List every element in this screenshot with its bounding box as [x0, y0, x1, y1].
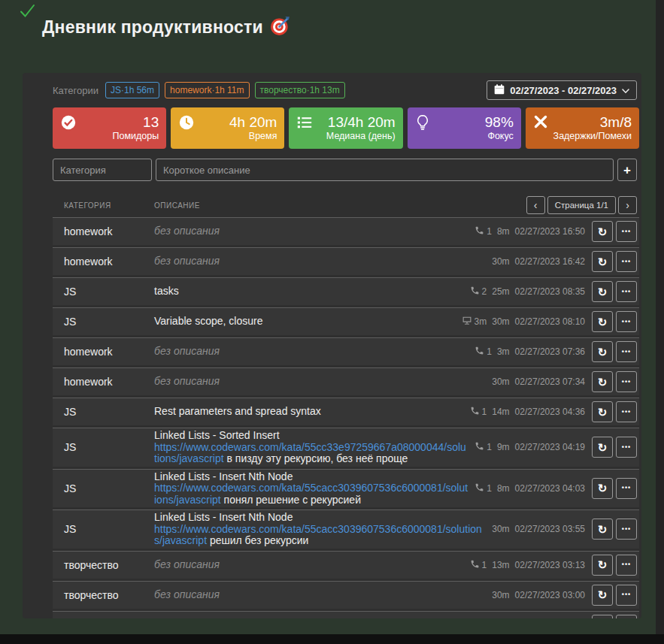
row-datetime: 02/27/2023 07:36: [515, 346, 585, 357]
row-description: без описания: [154, 559, 470, 571]
table-row: homeworkбез описания30m02/27/2023 16:42↻…: [53, 247, 639, 275]
ellipsis-icon: •••: [622, 526, 631, 533]
marker-value: 1: [487, 346, 492, 357]
phone-icon: [475, 346, 484, 358]
stat-label: Фокус: [487, 131, 513, 141]
category-tag-js[interactable]: JS·1h 56m: [105, 82, 159, 98]
target-icon: [270, 16, 290, 39]
repeat-button[interactable]: ↻: [592, 437, 613, 458]
description-input[interactable]: [156, 159, 614, 181]
clock-icon: [178, 113, 198, 144]
ellipsis-icon: •••: [622, 259, 631, 265]
more-actions-button[interactable]: •••: [616, 311, 637, 332]
row-description-title: Linked Lists - Sorted Insert: [154, 430, 468, 442]
category-tag-tvorchestvo[interactable]: творчество·1h 13m: [255, 82, 345, 98]
more-actions-button[interactable]: •••: [616, 478, 637, 499]
lightbulb-icon: [415, 113, 435, 144]
row-duration: 8m: [497, 226, 510, 237]
window-bottom-edge: [0, 634, 664, 644]
row-datetime: 02/27/2023 04:03: [515, 483, 585, 494]
category-tag-homework[interactable]: homework·1h 11m: [165, 82, 249, 98]
repeat-icon: ↻: [598, 226, 608, 237]
category-input[interactable]: [53, 159, 152, 181]
repeat-button[interactable]: ↻: [592, 555, 613, 576]
stat-card-median: 13/4h 20m Медиана (день): [289, 107, 402, 149]
row-description: Linked Lists - Sorted Inserthttps://www.…: [154, 430, 475, 465]
repeat-button[interactable]: ↻: [592, 401, 613, 422]
row-category: творчество: [64, 559, 154, 571]
ellipsis-icon: •••: [622, 379, 631, 385]
date-range-picker[interactable]: 02/27/2023 - 02/27/2023: [487, 80, 637, 100]
more-actions-button[interactable]: •••: [616, 251, 637, 272]
repeat-button[interactable]: ↻: [592, 311, 613, 332]
more-actions-button[interactable]: •••: [616, 615, 637, 619]
row-category: творчество: [64, 589, 154, 601]
repeat-button[interactable]: ↻: [592, 221, 613, 242]
stat-value: 13/4h 20m: [328, 114, 396, 131]
page-title: Дневник продуктивности: [42, 17, 263, 38]
more-actions-button[interactable]: •••: [616, 555, 637, 576]
repeat-icon: ↻: [598, 559, 608, 570]
repeat-button[interactable]: ↻: [592, 478, 613, 499]
row-meta: 3m30m02/27/2023 08:10: [462, 316, 585, 328]
row-description-note: решил без рекурсии: [207, 534, 308, 546]
more-actions-button[interactable]: •••: [616, 585, 637, 606]
more-actions-button[interactable]: •••: [616, 519, 637, 540]
ellipsis-icon: •••: [622, 319, 631, 325]
repeat-button[interactable]: ↻: [592, 519, 613, 540]
more-actions-button[interactable]: •••: [616, 281, 637, 302]
stat-card-focus: 98% Фокус: [408, 107, 521, 149]
more-actions-button[interactable]: •••: [616, 341, 637, 362]
table-header: КАТЕГОРИЯ ОПИСАНИЕ ‹ Страница 1/1 ›: [53, 193, 639, 217]
phone-icon-counter: 1: [475, 346, 492, 358]
success-checkmark-icon: [20, 4, 35, 21]
more-actions-button[interactable]: •••: [616, 221, 637, 242]
row-description: без описания: [154, 376, 492, 388]
stats-cards: 13 Помидоры 4h 20m Время 13/4h 20m: [53, 107, 639, 149]
more-actions-button[interactable]: •••: [616, 401, 637, 422]
ellipsis-icon: •••: [622, 409, 631, 416]
stat-value: 4h 20m: [229, 114, 277, 131]
ellipsis-icon: •••: [622, 444, 631, 451]
prev-page-button[interactable]: ‹: [526, 196, 545, 214]
row-meta: 30m02/27/2023 16:42: [492, 256, 585, 267]
repeat-icon: ↻: [598, 256, 608, 268]
add-entry-button[interactable]: +: [617, 159, 637, 181]
row-description: Variable scope, closure: [154, 316, 462, 328]
stat-card-pomodoros: 13 Помидоры: [53, 107, 166, 149]
codewars-link[interactable]: https://www.codewars.com/kata/55cacc3039…: [154, 523, 482, 547]
marker-value: 2: [482, 286, 487, 297]
page-header: Дневник продуктивности: [42, 16, 290, 39]
repeat-button[interactable]: ↻: [592, 281, 613, 302]
phone-icon-counter: 1: [470, 559, 487, 571]
scrollbar-track[interactable]: [656, 0, 664, 644]
marker-value: 1: [487, 442, 492, 452]
ellipsis-icon: •••: [622, 561, 631, 568]
table-row: творчествобез описания30m02/27/2023 02:3…: [53, 611, 639, 619]
desktop-icon-counter: 3m: [462, 316, 487, 328]
row-duration: 30m: [492, 524, 509, 534]
table-row: JSLinked Lists - Insert Nth Nodehttps://…: [53, 509, 639, 549]
repeat-button[interactable]: ↻: [592, 341, 613, 362]
row-datetime: 02/27/2023 08:10: [515, 316, 585, 327]
row-meta: 114m02/27/2023 04:36: [470, 406, 585, 418]
repeat-button[interactable]: ↻: [592, 371, 613, 392]
row-description: Rest parameters and spread syntax: [154, 406, 470, 418]
row-meta: 30m02/27/2023 03:55: [492, 524, 585, 534]
repeat-button[interactable]: ↻: [592, 615, 613, 619]
more-actions-button[interactable]: •••: [616, 371, 637, 392]
row-category: JS: [64, 482, 154, 494]
phone-icon: [475, 225, 484, 237]
page-indicator: Страница 1/1: [547, 196, 616, 214]
phone-icon: [470, 406, 480, 418]
row-description: Linked Lists - Insert Nth Nodehttps://ww…: [154, 512, 492, 547]
row-description: без описания: [154, 589, 492, 601]
table-row: JSVariable scope, closure3m30m02/27/2023…: [53, 307, 639, 335]
marker-value: 1: [482, 560, 487, 570]
next-page-button[interactable]: ›: [618, 196, 637, 214]
phone-icon: [475, 441, 484, 453]
repeat-button[interactable]: ↻: [592, 585, 613, 606]
more-actions-button[interactable]: •••: [616, 437, 637, 458]
repeat-button[interactable]: ↻: [592, 251, 613, 272]
repeat-icon: ↻: [598, 316, 608, 328]
